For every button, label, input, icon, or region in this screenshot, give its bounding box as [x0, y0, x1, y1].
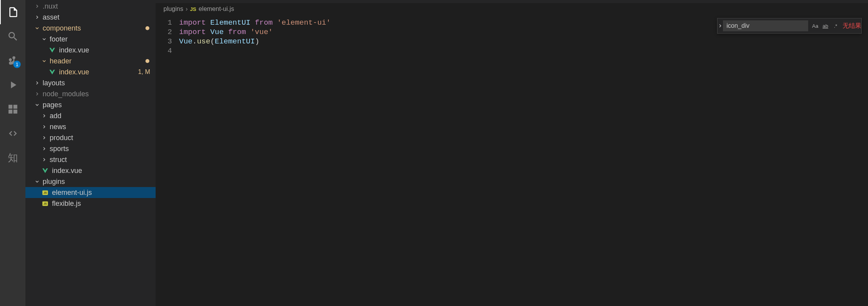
chevron-down-icon — [41, 36, 47, 42]
vue-icon — [41, 167, 49, 174]
file-element-ui[interactable]: JS element-ui.js — [25, 187, 156, 198]
zhihu-activity[interactable]: 知 — [0, 146, 25, 170]
find-input[interactable] — [723, 20, 808, 31]
chevron-right-icon — [41, 146, 47, 151]
breadcrumb-root[interactable]: plugins — [163, 5, 183, 13]
line-number: 3 — [156, 37, 172, 46]
search-icon — [7, 31, 19, 42]
line-number: 4 — [156, 46, 172, 56]
line-number: 1 — [156, 18, 172, 27]
chevron-right-icon — [34, 91, 40, 97]
explorer-sidebar: .nuxt asset components footer index.vue … — [25, 0, 156, 306]
chevron-right-icon — [41, 113, 47, 119]
run-icon — [7, 79, 19, 91]
find-options: Aa ab .* — [811, 21, 840, 31]
modified-dot-icon — [145, 26, 149, 30]
editor-area: plugins › JS element-ui.js 1 2 3 4 impor… — [156, 0, 868, 306]
folder-label: add — [50, 112, 61, 120]
folder-footer[interactable]: footer — [25, 34, 156, 45]
extensions-icon — [7, 103, 19, 115]
folder-asset[interactable]: asset — [25, 12, 156, 23]
folder-node-modules[interactable]: node_modules — [25, 88, 156, 99]
breadcrumbs[interactable]: plugins › JS element-ui.js — [156, 3, 868, 15]
folder-news[interactable]: news — [25, 121, 156, 132]
match-case-toggle[interactable]: Aa — [811, 21, 820, 31]
find-widget: Aa ab .* 无结果 — [717, 18, 862, 34]
files-icon — [7, 6, 19, 18]
folder-layouts[interactable]: layouts — [25, 77, 156, 88]
file-flexible[interactable]: JS flexible.js — [25, 198, 156, 209]
tab-bar — [156, 0, 868, 3]
folder-components[interactable]: components — [25, 23, 156, 34]
explorer-activity[interactable] — [0, 0, 25, 24]
code-body[interactable]: import ElementUI from 'element-ui' impor… — [179, 15, 868, 306]
folder-label: product — [50, 134, 73, 142]
find-toggle-replace[interactable] — [717, 18, 723, 33]
chevron-down-icon — [34, 25, 40, 31]
file-pages-index[interactable]: index.vue — [25, 165, 156, 176]
folder-add[interactable]: add — [25, 110, 156, 121]
folder-label: node_modules — [43, 90, 89, 98]
debug-activity[interactable] — [0, 73, 25, 97]
line-gutter: 1 2 3 4 — [156, 15, 179, 306]
find-result-label: 无结果 — [843, 22, 861, 30]
git-status: 1, M — [138, 68, 150, 76]
scm-activity[interactable]: 1 — [0, 49, 25, 73]
svg-marker-1 — [49, 70, 55, 74]
vue-icon — [48, 47, 56, 54]
extensions-activity[interactable] — [0, 97, 25, 121]
folder-label: news — [50, 123, 66, 131]
folder-label: sports — [50, 145, 69, 153]
regex-toggle[interactable]: .* — [831, 21, 840, 31]
search-activity[interactable] — [0, 24, 25, 49]
svg-marker-0 — [49, 48, 55, 52]
folder-plugins[interactable]: plugins — [25, 176, 156, 187]
chevron-down-icon — [41, 58, 47, 64]
chevron-right-icon — [41, 157, 47, 162]
folder-label: struct — [50, 156, 67, 164]
folder-header[interactable]: header — [25, 56, 156, 67]
modified-dot-icon — [145, 59, 149, 63]
svg-text:JS: JS — [43, 202, 47, 205]
chevron-right-icon — [41, 135, 47, 140]
chevron-right-icon — [34, 4, 40, 9]
chevron-right-icon — [41, 124, 47, 130]
folder-pages[interactable]: pages — [25, 99, 156, 110]
folder-label: footer — [50, 35, 68, 43]
folder-struct[interactable]: struct — [25, 154, 156, 165]
file-label: element-ui.js — [52, 189, 92, 197]
js-icon: JS — [41, 200, 49, 207]
activity-bar: 1 知 — [0, 0, 25, 306]
chevron-right-icon — [34, 80, 40, 86]
js-icon: JS — [190, 6, 196, 12]
code-editor[interactable]: 1 2 3 4 import ElementUI from 'element-u… — [156, 15, 868, 306]
folder-nuxt[interactable]: .nuxt — [25, 1, 156, 12]
folder-sports[interactable]: sports — [25, 143, 156, 154]
folder-product[interactable]: product — [25, 132, 156, 143]
line-number: 2 — [156, 27, 172, 37]
js-icon: JS — [41, 189, 49, 196]
file-header-index[interactable]: index.vue 1, M — [25, 67, 156, 77]
breadcrumb-sep-icon: › — [186, 5, 188, 13]
remote-activity[interactable] — [0, 121, 25, 146]
file-footer-index[interactable]: index.vue — [25, 45, 156, 56]
scm-badge: 1 — [13, 61, 21, 68]
chevron-down-icon — [34, 179, 40, 184]
folder-label: plugins — [43, 178, 65, 186]
chevron-down-icon — [34, 102, 40, 108]
chevron-right-icon — [34, 14, 40, 20]
folder-label: pages — [43, 101, 62, 109]
match-word-toggle[interactable]: ab — [821, 21, 830, 31]
folder-label: components — [43, 24, 81, 32]
code-line[interactable] — [179, 46, 868, 56]
file-label: flexible.js — [52, 200, 81, 208]
folder-label: header — [50, 57, 72, 65]
svg-text:JS: JS — [43, 191, 47, 194]
code-line[interactable]: Vue.use(ElementUI) — [179, 37, 868, 46]
folder-label: .nuxt — [43, 2, 58, 11]
file-tree: .nuxt asset components footer index.vue … — [25, 0, 156, 209]
breadcrumb-file[interactable]: element-ui.js — [199, 5, 234, 13]
folder-label: asset — [43, 13, 59, 22]
file-label: index.vue — [52, 167, 82, 175]
remote-icon — [7, 128, 19, 139]
